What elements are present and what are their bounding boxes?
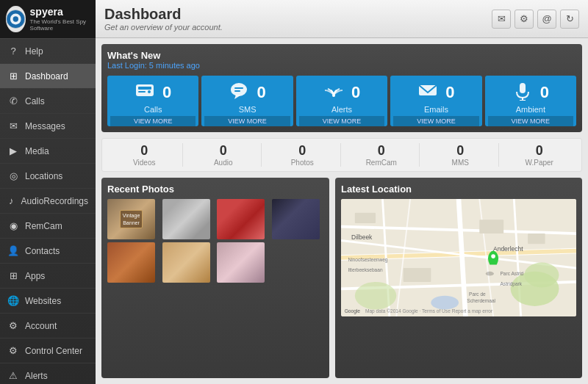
stat-sms: 0 SMS VIEW MORE	[201, 76, 293, 126]
last-login: Last Login: 5 minutes ago	[107, 61, 576, 70]
sidebar-label-help: Help	[25, 46, 43, 57]
stat-ambient: 0 Ambient VIEW MORE	[485, 76, 576, 126]
calls-label: Calls	[144, 105, 162, 114]
remcam-count: 0	[344, 143, 420, 159]
svg-text:Google: Google	[345, 308, 361, 314]
emails-label: Emails	[424, 105, 448, 114]
svg-text:Map data ©2014 Google · Terms : Map data ©2014 Google · Terms of Use Rep…	[365, 308, 493, 314]
sidebar-item-calls[interactable]: ✆ Calls	[0, 89, 96, 114]
sidebar-label-media: Media	[25, 146, 49, 156]
at-button[interactable]: @	[537, 10, 556, 29]
svg-text:Parc de: Parc de	[469, 291, 486, 297]
account-icon: ⚙	[7, 320, 19, 331]
refresh-button[interactable]: ↻	[560, 10, 579, 29]
ambient-viewmore[interactable]: VIEW MORE	[488, 116, 573, 126]
sidebar-item-remcam[interactable]: ◉ RemCam	[0, 214, 96, 239]
sidebar-item-help[interactable]: ? Help	[0, 39, 96, 64]
sidebar-item-locations[interactable]: ◎ Locations	[0, 164, 96, 189]
content-area: What's New Last Login: 5 minutes ago	[96, 38, 588, 384]
recent-photos-title: Recent Photos	[107, 184, 323, 195]
sidebar-item-contacts[interactable]: 👤 Contacts	[0, 239, 96, 264]
alerts-viewmore[interactable]: VIEW MORE	[299, 116, 384, 126]
stat-calls-top: 0	[110, 80, 196, 105]
svg-text:Itterbeeksebaan: Itterbeeksebaan	[348, 267, 383, 272]
sidebar-item-dashboard[interactable]: ⊞ Dashboard	[0, 64, 96, 89]
photos-grid: VintageBanner	[107, 199, 323, 283]
sidebar-label-dashboard: Dashboard	[25, 71, 68, 81]
photo-thumbnail[interactable]	[272, 199, 320, 239]
sidebar-label-calls: Calls	[25, 96, 45, 106]
sms-icon	[229, 80, 249, 105]
controlcenter-icon: ⚙	[7, 345, 19, 356]
calls-icon: ✆	[7, 95, 19, 106]
gear-button[interactable]: ⚙	[514, 10, 534, 29]
svg-point-6	[148, 90, 151, 93]
messages-icon: ✉	[7, 120, 19, 131]
emails-count: 0	[445, 83, 454, 102]
ambient-label: Ambient	[516, 105, 545, 114]
sidebar-item-messages[interactable]: ✉ Messages	[0, 114, 96, 139]
wifi-icon	[323, 80, 344, 105]
remcam-label: RemCam	[344, 159, 420, 167]
svg-text:Scherdemaal: Scherdemaal	[467, 298, 495, 303]
svg-rect-13	[520, 83, 526, 93]
svg-point-46	[491, 254, 495, 258]
photo-thumbnail[interactable]	[217, 199, 265, 239]
locations-icon: ◎	[7, 170, 19, 181]
sidebar-label-contacts: Contacts	[25, 246, 60, 256]
photo-thumbnail[interactable]	[107, 242, 155, 283]
mic-icon	[512, 80, 533, 105]
sms-viewmore[interactable]: VIEW MORE	[204, 116, 290, 126]
photo-thumbnail[interactable]	[217, 242, 265, 283]
photos-label: Photos	[265, 159, 340, 167]
stats-row: 0 Calls VIEW MORE	[107, 76, 576, 126]
dashboard-icon: ⊞	[7, 70, 19, 81]
header: Dashboard Get an overview of your accoun…	[96, 0, 588, 38]
help-icon: ?	[7, 46, 19, 57]
svg-rect-5	[138, 91, 146, 93]
envelope-button[interactable]: ✉	[492, 10, 511, 29]
map-container[interactable]: Dilbeek Anderlecht Ninoofsesteenweg Itte…	[341, 199, 576, 316]
emails-viewmore[interactable]: VIEW MORE	[393, 116, 478, 126]
logo-name: spyera	[30, 7, 90, 18]
sidebar-item-controlcenter[interactable]: ⚙ Control Center	[0, 338, 96, 363]
videos-label: Videos	[107, 159, 182, 167]
remcam-icon: ◉	[7, 220, 19, 231]
logo-subtitle: The World's Best Spy Software	[30, 18, 90, 32]
sidebar-item-alerts[interactable]: ⚠ Alerts	[0, 363, 96, 384]
svg-point-11	[332, 94, 335, 97]
calls-viewmore[interactable]: VIEW MORE	[110, 116, 196, 126]
phone-icon	[135, 80, 155, 105]
audio-label: Audio	[186, 159, 262, 167]
sidebar-item-account[interactable]: ⚙ Account	[0, 314, 96, 338]
media-icon: ▶	[7, 145, 19, 156]
logo-text-block: spyera The World's Best Spy Software	[30, 7, 90, 31]
alerts-count: 0	[351, 83, 360, 102]
sms-label: SMS	[239, 105, 257, 114]
sidebar-item-websites[interactable]: 🌐 Websites	[0, 289, 96, 314]
stat-videos: 0 Videos	[107, 143, 183, 167]
sidebar-label-websites: Websites	[25, 296, 61, 306]
photo-thumbnail[interactable]	[162, 242, 210, 283]
photo-thumbnail[interactable]: VintageBanner	[107, 199, 155, 239]
svg-point-45	[486, 272, 494, 276]
logo-icon	[6, 6, 26, 32]
bottom-row: Recent Photos VintageBanner La	[101, 178, 582, 378]
photo-thumbnail[interactable]	[162, 199, 210, 239]
sidebar-item-apps[interactable]: ⊞ Apps	[0, 264, 96, 289]
secondary-stats: 0 Videos 0 Audio 0 Photos 0 RemCam 0 MMS…	[101, 138, 582, 172]
main-area: Dashboard Get an overview of your accoun…	[96, 0, 588, 384]
sidebar-label-messages: Messages	[25, 121, 65, 131]
sidebar-label-remcam: RemCam	[25, 221, 62, 231]
stat-wpaper: 0 W.Paper	[502, 143, 578, 167]
audio-icon: ♪	[7, 195, 15, 206]
svg-text:Parc Astrid: Parc Astrid	[500, 271, 523, 276]
sidebar-item-audiorecordings[interactable]: ♪ AudioRecordings	[0, 189, 96, 214]
websites-icon: 🌐	[7, 295, 19, 306]
svg-point-31	[355, 282, 396, 310]
svg-rect-3	[136, 84, 154, 96]
sidebar-label-locations: Locations	[25, 171, 62, 181]
latest-location-title: Latest Location	[341, 184, 576, 195]
videos-count: 0	[107, 143, 182, 159]
sidebar-item-media[interactable]: ▶ Media	[0, 139, 96, 164]
